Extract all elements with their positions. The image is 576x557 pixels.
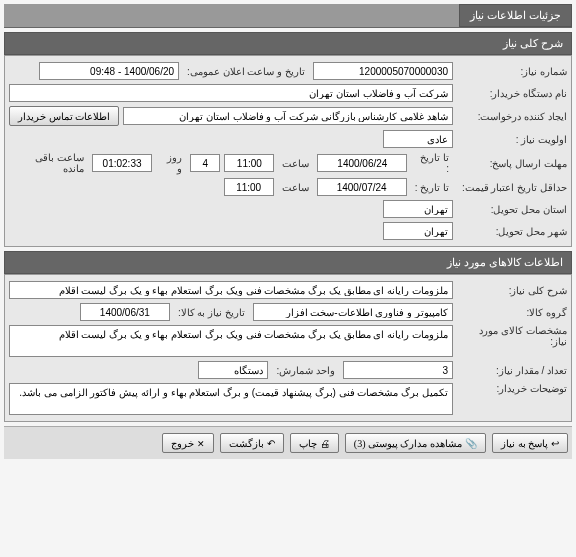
creator-label: ایجاد کننده درخواست: <box>457 111 567 122</box>
view-attachments-button[interactable]: مشاهده مدارک پیوستی (3) <box>345 433 486 453</box>
buyer-notes-label: توضیحات خریدار: <box>457 383 567 394</box>
days-label: روز و <box>156 152 186 174</box>
announce-label: تاریخ و ساعت اعلان عمومی: <box>183 66 309 77</box>
general-fieldset: شماره نیاز: تاریخ و ساعت اعلان عمومی: نا… <box>4 55 572 247</box>
section-header-general: شرح کلی نیاز <box>4 32 572 55</box>
buyer-field <box>9 84 453 102</box>
contact-buyer-button[interactable]: اطلاعات تماس خریدار <box>9 106 119 126</box>
priority-label: اولویت نیاز : <box>457 134 567 145</box>
deadline-time-field <box>224 154 274 172</box>
to-date-label: تا تاریخ : <box>411 152 453 174</box>
to-date-label-2: تا تاریخ : <box>411 182 453 193</box>
validity-label: حداقل تاریخ اعتبار قیمت: <box>457 182 567 193</box>
exit-label: خروج <box>171 438 194 449</box>
time-label-1: ساعت <box>278 158 313 169</box>
announce-field <box>39 62 179 80</box>
close-icon <box>194 438 205 449</box>
days-remaining-field <box>190 154 220 172</box>
spec-field <box>9 325 453 357</box>
priority-field <box>383 130 453 148</box>
validity-date-field <box>317 178 407 196</box>
back-button[interactable]: بازگشت <box>220 433 284 453</box>
city-label: شهر محل تحویل: <box>457 226 567 237</box>
qty-field <box>343 361 453 379</box>
goods-fieldset: شرح کلی نیاز: گروه کالا: تاریخ نیاز به ک… <box>4 274 572 422</box>
footer-bar: پاسخ به نیاز مشاهده مدارک پیوستی (3) چاپ… <box>4 426 572 459</box>
creator-field <box>123 107 453 125</box>
unit-label: واحد شمارش: <box>272 365 339 376</box>
buyer-notes-field <box>9 383 453 415</box>
desc-field <box>9 281 453 299</box>
print-icon <box>317 438 330 449</box>
buyer-label: نام دستگاه خریدار: <box>457 88 567 99</box>
reply-icon <box>548 438 559 449</box>
unit-field <box>198 361 268 379</box>
tab-bar: جزئیات اطلاعات نیاز <box>4 4 572 28</box>
print-label: چاپ <box>299 438 317 449</box>
city-field <box>383 222 453 240</box>
exit-button[interactable]: خروج <box>162 433 214 453</box>
section-header-goods: اطلاعات کالاهای مورد نیاز <box>4 251 572 274</box>
reply-button[interactable]: پاسخ به نیاز <box>492 433 568 453</box>
qty-label: تعداد / مقدار نیاز: <box>457 365 567 376</box>
back-label: بازگشت <box>229 438 264 449</box>
deadline-label: مهلت ارسال پاسخ: <box>457 158 567 169</box>
spec-label: مشخصات کالای مورد نیاز: <box>457 325 567 347</box>
group-field <box>253 303 453 321</box>
validity-time-field <box>224 178 274 196</box>
reply-label: پاسخ به نیاز <box>501 438 548 449</box>
attach-icon <box>462 438 477 449</box>
need-by-label: تاریخ نیاز به کالا: <box>174 307 249 318</box>
print-button[interactable]: چاپ <box>290 433 339 453</box>
attach-label: مشاهده مدارک پیوستی (3) <box>354 438 462 449</box>
back-icon <box>264 438 275 449</box>
desc-label: شرح کلی نیاز: <box>457 285 567 296</box>
need-no-label: شماره نیاز: <box>457 66 567 77</box>
tab-need-details[interactable]: جزئیات اطلاعات نیاز <box>459 4 572 27</box>
need-by-field <box>80 303 170 321</box>
time-label-2: ساعت <box>278 182 313 193</box>
deadline-date-field <box>317 154 407 172</box>
group-label: گروه کالا: <box>457 307 567 318</box>
timer-label: ساعت باقی مانده <box>9 152 88 174</box>
province-label: استان محل تحویل: <box>457 204 567 215</box>
province-field <box>383 200 453 218</box>
countdown-timer <box>92 154 152 172</box>
need-no-field <box>313 62 453 80</box>
